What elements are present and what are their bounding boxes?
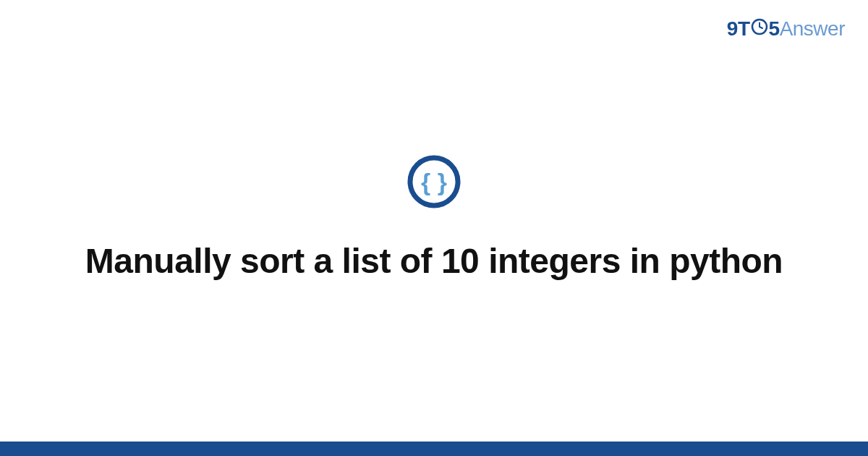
page-title: Manually sort a list of 10 integers in p…	[43, 240, 825, 283]
logo-text-5: 5	[769, 17, 780, 40]
clock-icon	[751, 17, 768, 41]
site-logo: 9T 5Answer	[727, 17, 845, 42]
footer-bar	[0, 442, 868, 456]
logo-text-answer: Answer	[780, 17, 845, 40]
svg-line-2	[760, 27, 762, 28]
svg-text:{ }: { }	[421, 168, 447, 195]
code-braces-icon: { }	[407, 154, 461, 212]
logo-text-9t: 9T	[727, 17, 750, 40]
main-content: { } Manually sort a list of 10 integers …	[0, 154, 868, 283]
